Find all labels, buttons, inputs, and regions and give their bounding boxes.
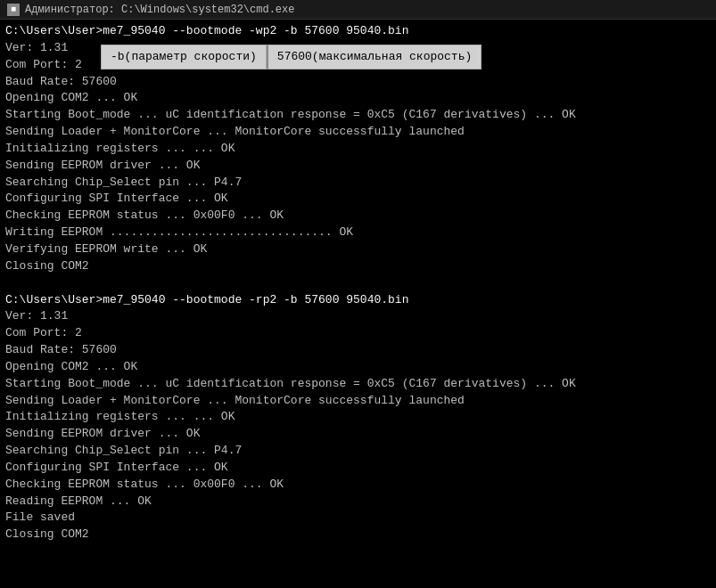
output-line-file2: File saved <box>5 510 711 527</box>
output-line-write1: Writing EEPROM .........................… <box>5 225 711 241</box>
terminal: -b(параметр скорости) 57600(максимальная… <box>0 20 716 547</box>
tooltip-speed-value: 57600(максимальная скорость) <box>267 45 481 69</box>
cmd-icon: ■ <box>7 4 20 16</box>
blank-line-1 <box>5 275 711 292</box>
output-line-eeprom2: Sending EEPROM driver ... OK <box>5 426 711 443</box>
title-bar: ■ Администратор: C:\Windows\system32\cmd… <box>0 0 716 20</box>
cmd-line-1: C:\Users\User>me7_95040 --bootmode -wp2 … <box>5 23 711 40</box>
output-line-close1: Closing COM2 <box>5 258 711 275</box>
output-line-check2: Checking EEPROM status ... 0x00F0 ... OK <box>5 477 711 494</box>
cmd-line-2: C:\Users\User>me7_95040 --bootmode -rp2 … <box>5 292 711 309</box>
output-line-open2: Opening COM2 ... OK <box>5 359 711 376</box>
output-line-init2: Initializing registers ... ... OK <box>5 409 711 426</box>
output-line-close2: Closing COM2 <box>5 527 711 543</box>
output-line-init1: Initializing registers ... ... OK <box>5 141 711 158</box>
output-line-baud2: Baud Rate: 57600 <box>5 342 711 359</box>
output-line-baud1: Baud Rate: 57600 <box>5 74 711 91</box>
output-line-chip2: Searching Chip_Select pin ... P4.7 <box>5 443 711 460</box>
tooltip-overlay: -b(параметр скорости) 57600(максимальная… <box>101 45 481 69</box>
tooltip-speed-param: -b(параметр скорости) <box>101 45 267 69</box>
output-line-com2: Com Port: 2 <box>5 325 711 342</box>
output-line-spi1: Configuring SPI Interface ... OK <box>5 191 711 208</box>
output-line-ver2: Ver: 1.31 <box>5 308 711 325</box>
output-line-read2: Reading EEPROM ... OK <box>5 494 711 510</box>
output-line-boot1: Starting Boot_mode ... uC identification… <box>5 107 711 124</box>
output-line-verify1: Verifying EEPROM write ... OK <box>5 241 711 258</box>
output-line-boot2: Starting Boot_mode ... uC identification… <box>5 376 711 393</box>
output-line-send2: Sending Loader + MonitorCore ... Monitor… <box>5 393 711 410</box>
output-line-check1: Checking EEPROM status ... 0x00F0 ... OK <box>5 208 711 225</box>
title-bar-text: Администратор: C:\Windows\system32\cmd.e… <box>25 4 294 16</box>
output-line-chip1: Searching Chip_Select pin ... P4.7 <box>5 175 711 192</box>
output-line-eeprom1: Sending EEPROM driver ... OK <box>5 158 711 175</box>
output-line-open1: Opening COM2 ... OK <box>5 90 711 107</box>
output-line-send1: Sending Loader + MonitorCore ... Monitor… <box>5 124 711 141</box>
output-line-spi2: Configuring SPI Interface ... OK <box>5 460 711 477</box>
